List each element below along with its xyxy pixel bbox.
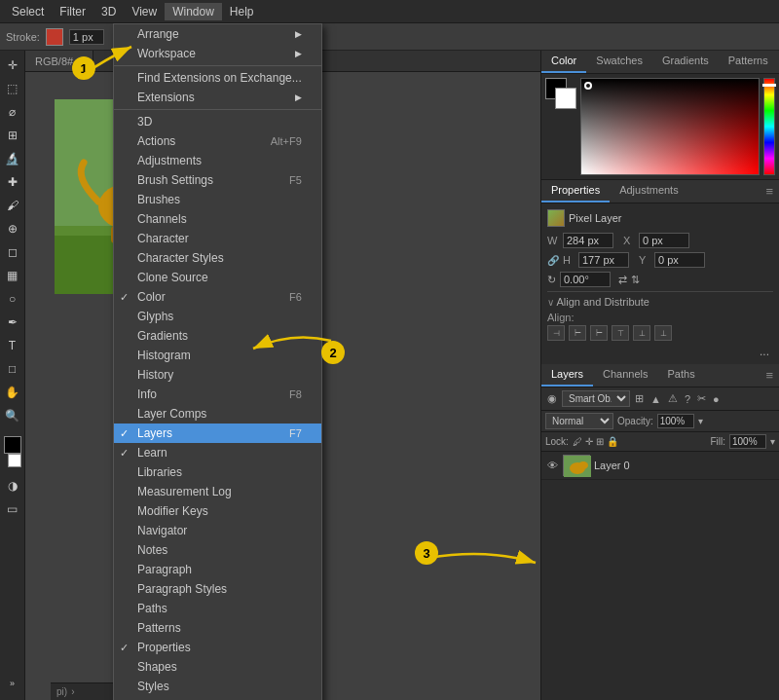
dodge-tool[interactable]: ○ <box>2 288 23 310</box>
hand-tool[interactable]: ✋ <box>2 382 23 403</box>
menu-item-find-extensions[interactable]: Find Extensions on Exchange... <box>114 68 321 88</box>
menu-item-patterns[interactable]: Patterns <box>114 618 321 638</box>
menu-item-clone-source[interactable]: Clone Source <box>114 268 321 287</box>
menu-item-gradients[interactable]: Gradients <box>114 326 321 346</box>
fg-color-swatch[interactable] <box>4 436 21 454</box>
menu-item-channels[interactable]: Channels <box>114 209 321 229</box>
screen-mode-btn[interactable]: ▭ <box>2 498 23 520</box>
menu-window[interactable]: Window <box>165 3 222 20</box>
menu-item-workspace[interactable]: Workspace <box>114 44 321 63</box>
color-spectrum-box[interactable] <box>580 78 760 175</box>
menu-item-extensions[interactable]: Extensions <box>114 88 321 107</box>
brush-tool[interactable]: 🖌 <box>2 195 23 216</box>
menu-item-notes[interactable]: Notes <box>114 540 321 560</box>
menu-item-glyphs[interactable]: Glyphs <box>114 307 321 326</box>
lasso-tool[interactable]: ⌀ <box>2 101 23 123</box>
align-center-h-btn[interactable]: ⊢ <box>569 325 586 341</box>
pen-tool[interactable]: ✒ <box>2 312 23 333</box>
stroke-preview[interactable] <box>46 28 63 46</box>
eyedropper-tool[interactable]: 🔬 <box>2 148 23 169</box>
tab-adjustments[interactable]: Adjustments <box>610 180 688 203</box>
fill-chevron[interactable]: ▾ <box>770 436 775 447</box>
menu-item-histogram[interactable]: Histogram <box>114 346 321 365</box>
menu-item-brush-settings[interactable]: Brush Settings F5 <box>114 170 321 190</box>
x-input[interactable] <box>639 233 689 248</box>
flip-v-icon[interactable]: ⇅ <box>631 274 640 286</box>
menu-help[interactable]: Help <box>222 3 262 20</box>
lock-artboards-btn[interactable]: ⊞ <box>596 436 604 447</box>
menu-item-paragraph-styles[interactable]: Paragraph Styles <box>114 579 321 599</box>
lock-pixels-btn[interactable]: 🖊 <box>573 436 582 447</box>
menu-item-history[interactable]: History <box>114 365 321 385</box>
bg-color-swatch[interactable] <box>8 454 21 467</box>
shape-tool[interactable]: □ <box>2 358 23 380</box>
gradient-tool[interactable]: ▦ <box>2 265 23 286</box>
menu-item-arrange[interactable]: Arrange <box>114 24 321 44</box>
tab-channels[interactable]: Channels <box>593 364 657 387</box>
menu-3d[interactable]: 3D <box>93 3 124 20</box>
height-input[interactable] <box>578 252 629 268</box>
menu-view[interactable]: View <box>124 3 165 20</box>
menu-item-shapes[interactable]: Shapes <box>114 657 321 677</box>
collapse-toolbar-btn[interactable]: » <box>2 673 23 694</box>
menu-item-libraries[interactable]: Libraries <box>114 462 321 482</box>
menu-item-swatches[interactable]: Swatches <box>114 696 321 700</box>
clone-tool[interactable]: ⊕ <box>2 218 23 239</box>
tab-patterns[interactable]: Patterns <box>719 51 778 73</box>
stroke-input[interactable] <box>69 29 104 45</box>
align-bottom-btn[interactable]: ⊥ <box>654 325 672 341</box>
filter-type-select[interactable]: Smart Ob... <box>562 390 630 407</box>
menu-item-layers[interactable]: Layers F7 <box>114 424 321 443</box>
crop-tool[interactable]: ⊞ <box>2 125 23 146</box>
more-options-label[interactable]: ... <box>547 345 773 358</box>
opacity-chevron[interactable]: ▾ <box>698 416 703 426</box>
menu-item-layer-comps[interactable]: Layer Comps <box>114 404 321 424</box>
menu-item-character[interactable]: Character <box>114 229 321 248</box>
menu-item-paragraph[interactable]: Paragraph <box>114 560 321 579</box>
properties-panel-options-icon[interactable]: ≡ <box>760 180 779 203</box>
rotate-input[interactable] <box>560 272 611 287</box>
menu-item-styles[interactable]: Styles <box>114 677 321 696</box>
menu-item-character-styles[interactable]: Character Styles <box>114 248 321 268</box>
menu-item-brushes[interactable]: Brushes <box>114 190 321 209</box>
tab-properties[interactable]: Properties <box>541 180 610 203</box>
filter-toggle[interactable]: ● <box>711 392 722 406</box>
menu-item-actions[interactable]: Actions Alt+F9 <box>114 131 321 151</box>
tab-layers[interactable]: Layers <box>541 364 593 387</box>
align-top-btn[interactable]: ⊤ <box>612 325 629 341</box>
hue-bar[interactable] <box>763 78 775 175</box>
tab-gradients[interactable]: Gradients <box>652 51 719 73</box>
opacity-input[interactable] <box>657 414 694 428</box>
menu-item-adjustments[interactable]: Adjustments <box>114 151 321 170</box>
menu-item-learn[interactable]: Learn <box>114 443 321 462</box>
align-center-v-btn[interactable]: ⊥ <box>633 325 650 341</box>
filter-icon-5[interactable]: ✂ <box>695 391 708 406</box>
type-tool[interactable]: T <box>2 335 23 356</box>
menu-item-navigator[interactable]: Navigator <box>114 521 321 540</box>
menu-item-info[interactable]: Info F8 <box>114 385 321 404</box>
tab-paths[interactable]: Paths <box>658 364 705 387</box>
menu-item-3d[interactable]: 3D <box>114 112 321 131</box>
filter-kind-icon[interactable]: ◉ <box>545 391 559 406</box>
layer-0-row[interactable]: 👁 Layer 0 <box>541 452 779 480</box>
menu-select[interactable]: Select <box>4 3 52 20</box>
healing-tool[interactable]: ✚ <box>2 171 23 193</box>
y-input[interactable] <box>654 252 705 268</box>
layer-visibility-icon[interactable]: 👁 <box>545 460 559 471</box>
blend-mode-select[interactable]: Normal <box>545 413 613 429</box>
fill-input[interactable] <box>729 434 766 449</box>
window-dropdown-menu[interactable]: Arrange Workspace Find Extensions on Exc… <box>113 23 322 700</box>
lock-position-btn[interactable]: ✛ <box>585 436 593 447</box>
filter-icon-3[interactable]: ⚠ <box>666 391 680 406</box>
zoom-tool[interactable]: 🔍 <box>2 405 23 426</box>
tab-color[interactable]: Color <box>541 51 586 73</box>
menu-item-modifier-keys[interactable]: Modifier Keys <box>114 501 321 521</box>
width-input[interactable] <box>563 233 613 248</box>
select-tool[interactable]: ⬚ <box>2 78 23 99</box>
tab-close-btn[interactable]: × <box>77 55 83 66</box>
filter-icon-2[interactable]: ▲ <box>649 392 663 406</box>
move-tool[interactable]: ✛ <box>2 55 23 76</box>
bg-color-picker[interactable] <box>555 88 576 109</box>
align-left-btn[interactable]: ⊣ <box>547 325 565 341</box>
filter-icon-1[interactable]: ⊞ <box>633 391 646 406</box>
